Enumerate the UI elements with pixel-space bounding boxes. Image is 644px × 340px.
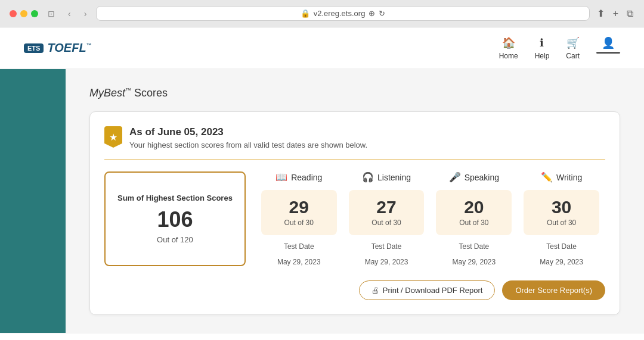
logo-text: TOEFL™ — [47, 41, 91, 55]
section-col-reading: 📖 Reading 29 Out of 30 Test Date May 29,… — [255, 171, 343, 266]
sum-out-of: Out of 120 — [117, 235, 233, 244]
reading-score: 29 — [273, 198, 325, 216]
browser-chrome: ⊡ ‹ › 🔒 v2.ereg.ets.org ⊕ ↻ ⬆ + ⧉ — [0, 0, 644, 27]
listening-date-val: May 29, 2023 — [365, 258, 408, 266]
refresh-icon: ↻ — [379, 9, 385, 18]
reader-icon: ⊕ — [369, 9, 375, 18]
reading-out-of: Out of 30 — [273, 219, 325, 227]
browser-actions: ⬆ + ⧉ — [596, 7, 634, 20]
sum-score: 106 — [117, 209, 233, 230]
user-icon: 👤 — [602, 36, 615, 49]
section-col-listening: 🎧 Listening 27 Out of 30 Test Date May 2… — [343, 171, 431, 266]
sidebar — [0, 69, 66, 333]
new-tab-btn[interactable]: + — [612, 7, 620, 20]
writing-out-of: Out of 30 — [535, 219, 587, 227]
home-icon: 🏠 — [502, 36, 515, 49]
writing-label: Writing — [556, 173, 582, 182]
writing-icon: ✏️ — [541, 171, 553, 183]
reading-date-label: Test Date — [284, 242, 314, 251]
speaking-score: 20 — [448, 198, 500, 216]
main: MyBest™ Scores ★ As of June 05, 2023 You… — [0, 69, 644, 333]
reading-date-val: May 29, 2023 — [277, 258, 321, 266]
section-col-speaking: 🎤 Speaking 20 Out of 30 Test Date May 29… — [430, 171, 518, 266]
order-btn[interactable]: Order Score Report(s) — [502, 280, 605, 300]
sections: 📖 Reading 29 Out of 30 Test Date May 29,… — [255, 171, 605, 266]
nav-user[interactable]: 👤 — [596, 36, 620, 60]
section-col-writing: ✏️ Writing 30 Out of 30 Test Date May 29… — [518, 171, 605, 266]
content: MyBest™ Scores ★ As of June 05, 2023 You… — [66, 69, 644, 333]
logo: ETS TOEFL™ — [24, 41, 92, 55]
sidebar-toggle-btn[interactable]: ⊡ — [44, 8, 58, 20]
nav-items: 🏠 Home ℹ Help 🛒 Cart 👤 — [499, 36, 620, 60]
section-header-speaking: 🎤 Speaking — [449, 171, 499, 183]
section-header-reading: 📖 Reading — [275, 171, 322, 183]
speaking-date-val: May 29, 2023 — [452, 258, 496, 266]
tabs-btn[interactable]: ⧉ — [626, 7, 634, 20]
help-icon: ℹ — [540, 36, 544, 49]
dot-red[interactable] — [10, 10, 17, 17]
listening-date-label: Test Date — [371, 242, 402, 251]
score-box-listening: 27 Out of 30 — [349, 190, 425, 235]
listening-out-of: Out of 30 — [361, 219, 413, 227]
forward-btn[interactable]: › — [80, 8, 91, 20]
address-bar[interactable]: 🔒 v2.ereg.ets.org ⊕ ↻ — [96, 6, 589, 21]
section-header-listening: 🎧 Listening — [362, 171, 411, 183]
header: ETS TOEFL™ 🏠 Home ℹ Help 🛒 Cart 👤 — [0, 27, 644, 69]
speaking-icon: 🎤 — [449, 171, 461, 183]
score-box-reading: 29 Out of 30 — [261, 190, 337, 235]
star-badge: ★ — [104, 126, 122, 148]
writing-date-val: May 29, 2023 — [540, 258, 583, 266]
nav-home-label: Home — [499, 52, 518, 60]
card-header-text: As of June 05, 2023 Your highest section… — [129, 126, 367, 149]
nav-help[interactable]: ℹ Help — [535, 36, 550, 60]
sum-label: Sum of Highest Section Scores — [117, 194, 233, 204]
card-header: ★ As of June 05, 2023 Your highest secti… — [104, 126, 605, 160]
cart-icon: 🛒 — [566, 36, 580, 49]
share-btn[interactable]: ⬆ — [596, 7, 606, 20]
dot-yellow[interactable] — [20, 10, 27, 17]
speaking-label: Speaking — [465, 173, 499, 182]
footer: Contact Us | Legal | Privacy & Security … — [0, 333, 644, 340]
actions: 🖨 Print / Download PDF Report Order Scor… — [104, 280, 605, 300]
nav-help-label: Help — [535, 52, 550, 60]
card-date: As of June 05, 2023 — [129, 126, 367, 138]
page: ETS TOEFL™ 🏠 Home ℹ Help 🛒 Cart 👤 — [0, 27, 644, 340]
listening-label: Listening — [377, 173, 411, 182]
scores-card: ★ As of June 05, 2023 Your highest secti… — [89, 111, 620, 315]
user-name-bar — [596, 52, 620, 54]
nav-cart-label: Cart — [566, 52, 580, 60]
dot-green[interactable] — [31, 10, 38, 17]
score-box-writing: 30 Out of 30 — [524, 190, 599, 235]
nav-cart[interactable]: 🛒 Cart — [566, 36, 580, 60]
reading-label: Reading — [291, 173, 322, 182]
listening-score: 27 — [361, 198, 413, 216]
nav-home[interactable]: 🏠 Home — [499, 36, 518, 60]
writing-score: 30 — [535, 198, 587, 216]
browser-dots — [10, 10, 38, 17]
sum-box: Sum of Highest Section Scores 106 Out of… — [104, 171, 246, 266]
scores-grid: Sum of Highest Section Scores 106 Out of… — [104, 171, 605, 266]
speaking-date-label: Test Date — [459, 242, 489, 251]
section-header-writing: ✏️ Writing — [541, 171, 582, 183]
card-description: Your highest section scores from all val… — [129, 141, 367, 149]
lock-icon: 🔒 — [301, 9, 310, 18]
print-btn[interactable]: 🖨 Print / Download PDF Report — [359, 280, 496, 300]
section-title: MyBest™ Scores — [89, 87, 620, 99]
speaking-out-of: Out of 30 — [448, 219, 500, 227]
logo-badge: ETS — [24, 43, 44, 53]
listening-icon: 🎧 — [362, 171, 374, 183]
print-icon: 🖨 — [371, 286, 379, 295]
score-box-speaking: 20 Out of 30 — [436, 190, 512, 235]
url-text: v2.ereg.ets.org — [314, 9, 366, 18]
writing-date-label: Test Date — [546, 242, 577, 251]
back-btn[interactable]: ‹ — [64, 8, 75, 20]
reading-icon: 📖 — [275, 171, 287, 183]
